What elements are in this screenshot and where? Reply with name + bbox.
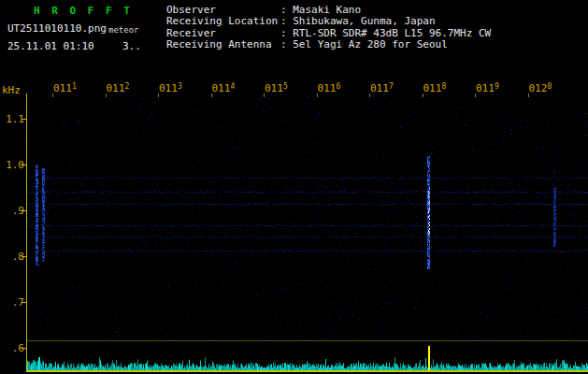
minute-tick [369, 94, 370, 97]
minute-tick [528, 94, 529, 97]
freq-tick-mark [22, 119, 26, 120]
freq-tick-mark [22, 256, 26, 257]
minute-tick [52, 94, 53, 97]
spectrogram-canvas [27, 94, 588, 340]
freq-tick-mark [22, 165, 26, 165]
minute-tick [475, 94, 476, 97]
minute-tick [158, 94, 159, 97]
bottom-baseline [26, 370, 588, 372]
minute-tick [106, 94, 107, 97]
freq-axis-line [26, 94, 27, 372]
minute-tick [423, 94, 423, 97]
freq-tick-mark [22, 302, 26, 303]
freq-tick-mark [22, 348, 26, 349]
hrofft-screen: H R O F F T UT2511010110.png meteor 25.1… [0, 0, 588, 374]
minute-tick [211, 94, 212, 97]
minute-tick [264, 94, 265, 97]
freq-tick-mark [22, 210, 26, 211]
time-axis: 0111011201130114011501160117011801190120 [0, 0, 588, 94]
plot-strip-separator [27, 340, 588, 341]
signal-strength-canvas [27, 344, 588, 370]
minute-tick [317, 94, 318, 97]
